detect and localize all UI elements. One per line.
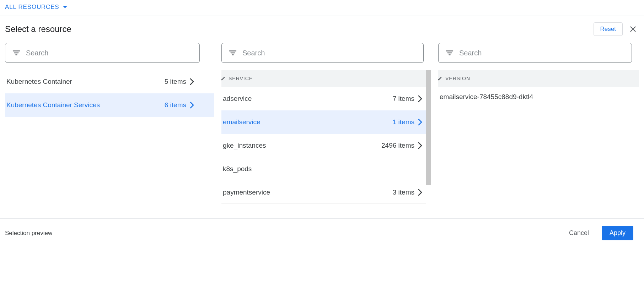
search-box-col0[interactable] xyxy=(5,43,200,63)
all-resources-dropdown[interactable]: ALL RESOURCES xyxy=(5,4,68,11)
row-label: k8s_pods xyxy=(223,165,252,173)
row-count: 5 items xyxy=(165,78,186,86)
row-label: Kubernetes Container Services xyxy=(6,101,100,109)
service-header[interactable]: SERVICE xyxy=(221,70,426,87)
search-input-col2[interactable] xyxy=(458,49,624,58)
service-row[interactable]: gke_instances 2496 items xyxy=(221,134,426,157)
row-label: emailservice xyxy=(223,118,261,126)
scroll-thumb[interactable] xyxy=(426,70,431,185)
service-header-label: SERVICE xyxy=(229,76,253,81)
version-column: VERSION emailservice-78455c88d9-dktl4 xyxy=(431,43,639,210)
page-title: Select a resource xyxy=(5,24,71,34)
search-input-col1[interactable] xyxy=(242,49,416,58)
service-column: SERVICE adservice 7 items emailservice 1… xyxy=(214,43,431,210)
row-count: 2496 items xyxy=(381,142,414,149)
row-count: 1 items xyxy=(393,118,414,126)
row-count: 7 items xyxy=(393,95,414,103)
horizontal-scrollbar[interactable] xyxy=(221,203,426,204)
filter-icon xyxy=(446,50,454,56)
chevron-right-icon xyxy=(418,95,422,102)
row-label: emailservice-78455c88d9-dktl4 xyxy=(440,93,533,101)
chevron-right-icon xyxy=(190,102,194,109)
service-row[interactable]: k8s_pods xyxy=(221,157,426,181)
reset-button[interactable]: Reset xyxy=(594,22,623,36)
caret-down-icon xyxy=(63,6,68,9)
version-header-label: VERSION xyxy=(445,76,470,81)
cancel-button[interactable]: Cancel xyxy=(567,229,591,237)
service-row[interactable]: emailservice 1 items xyxy=(221,110,426,134)
search-box-col2[interactable] xyxy=(438,43,632,63)
version-row[interactable]: emailservice-78455c88d9-dktl4 xyxy=(438,87,639,107)
service-row[interactable]: paymentservice 3 items xyxy=(221,181,426,204)
row-count: 3 items xyxy=(393,189,414,196)
search-input-col0[interactable] xyxy=(25,49,192,58)
resource-type-row[interactable]: Kubernetes Container Services 6 items xyxy=(5,93,214,117)
filter-icon xyxy=(12,50,20,56)
resource-type-row[interactable]: Kubernetes Container 5 items xyxy=(5,70,214,93)
chevron-down-icon xyxy=(221,76,225,81)
service-row[interactable]: adservice 7 items xyxy=(221,87,426,110)
resource-type-column: Kubernetes Container 5 items Kubernetes … xyxy=(5,43,214,210)
chevron-down-icon xyxy=(438,76,442,81)
close-button[interactable] xyxy=(629,25,637,33)
selection-preview-label: Selection preview xyxy=(5,230,52,237)
filter-icon xyxy=(229,50,237,56)
row-label: Kubernetes Container xyxy=(6,78,72,86)
dropdown-label: ALL RESOURCES xyxy=(5,4,59,11)
row-label: paymentservice xyxy=(223,189,270,196)
row-label: adservice xyxy=(223,95,252,103)
chevron-right-icon xyxy=(418,189,422,196)
search-box-col1[interactable] xyxy=(221,43,424,63)
divider xyxy=(0,16,644,16)
apply-button[interactable]: Apply xyxy=(602,226,633,240)
chevron-right-icon xyxy=(190,78,194,85)
chevron-right-icon xyxy=(418,142,422,149)
row-count: 6 items xyxy=(165,101,186,109)
vertical-scrollbar[interactable] xyxy=(426,70,431,204)
version-header[interactable]: VERSION xyxy=(438,70,639,87)
chevron-right-icon xyxy=(418,119,422,126)
row-label: gke_instances xyxy=(223,142,266,149)
